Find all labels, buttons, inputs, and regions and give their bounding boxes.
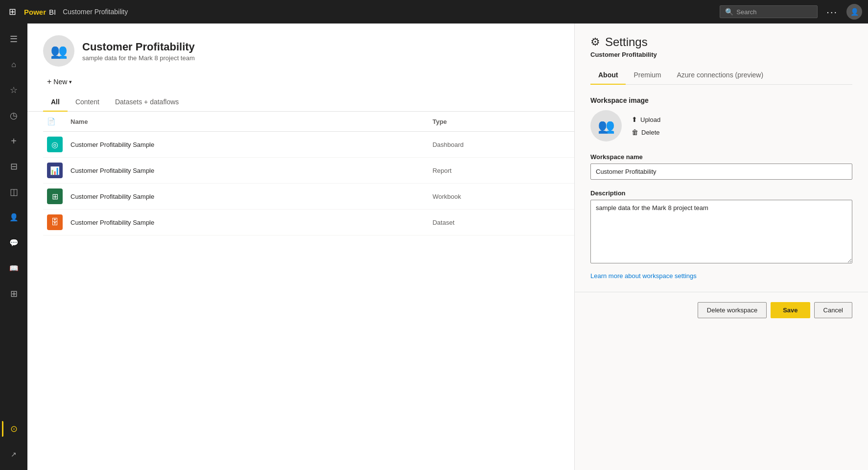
row-name-cell: Customer Profitability Sample [67, 158, 428, 184]
row-name-cell: Customer Profitability Sample [67, 210, 428, 235]
more-options-button[interactable]: ··· [822, 4, 842, 20]
tab-all[interactable]: All [43, 93, 68, 112]
workspace-avatar-icon: 👥 [50, 43, 68, 59]
brand: Power BI [24, 8, 56, 16]
sidebar-item-create[interactable]: + [2, 129, 25, 153]
upload-icon: ⬆ [632, 116, 637, 123]
sidebar-item-datasets[interactable]: ⊟ [2, 155, 25, 178]
row-name: Customer Profitability Sample [70, 219, 154, 226]
dashboard-icon: ◎ [47, 137, 63, 152]
dataset-icon: ⊟ [10, 161, 18, 172]
people-icon: 👤 [9, 213, 19, 222]
row-name: Customer Profitability Sample [70, 193, 154, 200]
settings-title: Settings [605, 35, 648, 49]
workspace-avatar: 👥 [43, 35, 74, 67]
settings-subtitle: Customer Profitability [590, 51, 852, 58]
description-label: Description [590, 189, 852, 197]
sidebar-item-favorites[interactable]: ☆ [2, 78, 25, 102]
workspace-image-label: Workspace image [590, 96, 852, 104]
brand-power: Power [24, 8, 46, 16]
upload-image-button[interactable]: ⬆ Upload [630, 115, 662, 124]
settings-panel: ⚙ Settings Customer Profitability About … [574, 24, 868, 470]
search-box[interactable]: 🔍 [720, 5, 818, 18]
settings-body: Workspace image 👥 ⬆ Upload 🗑 Delete Work… [575, 85, 868, 292]
sidebar-item-home[interactable]: ⌂ [2, 53, 25, 76]
settings-header: ⚙ Settings Customer Profitability About … [575, 24, 868, 85]
tab-content[interactable]: Content [68, 93, 107, 112]
row-icon-cell: ⊞ [43, 184, 67, 210]
goals-icon: ◫ [10, 187, 18, 197]
settings-tabs: About Premium Azure connections (preview… [590, 66, 852, 85]
new-chevron-icon: ▾ [69, 79, 72, 85]
settings-workspace-avatar: 👥 [590, 110, 622, 141]
settings-title-row: ⚙ Settings [590, 35, 852, 49]
col-name: Name [67, 112, 428, 132]
delete-image-button[interactable]: 🗑 Delete [630, 127, 662, 137]
expand-icon: ↗ [11, 450, 17, 458]
description-textarea[interactable] [590, 200, 852, 263]
new-button[interactable]: + New ▾ [43, 74, 76, 89]
workspace-name-input[interactable] [590, 164, 852, 180]
create-icon: + [11, 136, 17, 147]
workspace-image-section: 👥 ⬆ Upload 🗑 Delete [590, 110, 852, 141]
row-name-cell: Customer Profitability Sample [67, 132, 428, 158]
delete-workspace-button[interactable]: Delete workspace [698, 302, 767, 318]
new-label: New [53, 78, 67, 86]
settings-gear-icon: ⚙ [590, 36, 600, 48]
ws-avatar-icon: 👥 [598, 118, 615, 134]
dataset-icon: 🗄 [47, 214, 63, 230]
star-icon: ☆ [10, 85, 18, 95]
settings-tab-about[interactable]: About [590, 66, 626, 85]
user-avatar[interactable]: 👤 [846, 4, 862, 20]
workspace-icon: ⊙ [10, 423, 18, 434]
sidebar-item-people[interactable]: 👤 [2, 206, 25, 229]
search-input[interactable] [736, 8, 812, 16]
row-type: Report [428, 158, 582, 184]
sidebar-item-workspace[interactable]: ⊙ [2, 417, 25, 441]
messages-icon: 💬 [9, 238, 19, 247]
topnav-workspace-title: Customer Profitability [63, 8, 128, 16]
book-icon: 📖 [9, 264, 19, 273]
learn-more-link[interactable]: Learn more about workspace settings [590, 272, 697, 280]
sidebar-item-apps[interactable]: ⊞ [2, 282, 25, 306]
sidebar-bottom: ⊙ ↗ [2, 417, 25, 466]
upload-label: Upload [640, 116, 660, 123]
file-column-icon: 📄 [47, 118, 55, 125]
workspace-subtitle: sample data for the Mark 8 project team [82, 54, 195, 62]
row-name-cell: Customer Profitability Sample [67, 184, 428, 210]
col-type: Type [428, 112, 582, 132]
row-name: Customer Profitability Sample [70, 167, 154, 174]
home-icon: ⌂ [11, 60, 16, 69]
report-icon: 📊 [47, 163, 63, 178]
brand-bi: BI [49, 8, 56, 16]
tab-datasets[interactable]: Datasets + dataflows [107, 93, 187, 112]
settings-footer: Delete workspace Save Cancel [575, 292, 868, 328]
apps-icon: ⊞ [10, 288, 18, 299]
clock-icon: ◷ [10, 110, 18, 121]
cancel-button[interactable]: Cancel [814, 302, 852, 318]
row-type: Workbook [428, 184, 582, 210]
row-name: Customer Profitability Sample [70, 141, 154, 148]
workspace-info: Customer Profitability sample data for t… [82, 41, 195, 62]
sidebar-item-learning[interactable]: 📖 [2, 257, 25, 280]
sidebar-item-messages[interactable]: 💬 [2, 231, 25, 255]
sidebar-item-recent[interactable]: ◷ [2, 104, 25, 127]
topnav: ⊞ Power BI Customer Profitability 🔍 ··· … [0, 0, 868, 24]
image-actions: ⬆ Upload 🗑 Delete [630, 115, 662, 137]
sidebar-item-hamburger[interactable]: ☰ [2, 27, 25, 51]
sidebar-item-expand[interactable]: ↗ [2, 443, 25, 466]
grid-icon[interactable]: ⊞ [6, 3, 19, 20]
search-icon: 🔍 [725, 8, 733, 16]
settings-tab-azure[interactable]: Azure connections (preview) [669, 66, 771, 85]
settings-tab-premium[interactable]: Premium [626, 66, 669, 85]
hamburger-icon: ☰ [10, 34, 18, 45]
sidebar: ☰ ⌂ ☆ ◷ + ⊟ ◫ 👤 💬 📖 ⊞ ⊙ ↗ [0, 24, 27, 470]
sidebar-item-goals[interactable]: ◫ [2, 180, 25, 204]
save-button[interactable]: Save [771, 302, 810, 318]
row-icon-cell: 📊 [43, 158, 67, 184]
avatar-icon: 👤 [850, 8, 859, 16]
delete-image-label: Delete [641, 129, 660, 136]
delete-image-icon: 🗑 [632, 128, 638, 136]
row-type: Dataset [428, 210, 582, 235]
workspace-name-label: Workspace name [590, 153, 852, 161]
